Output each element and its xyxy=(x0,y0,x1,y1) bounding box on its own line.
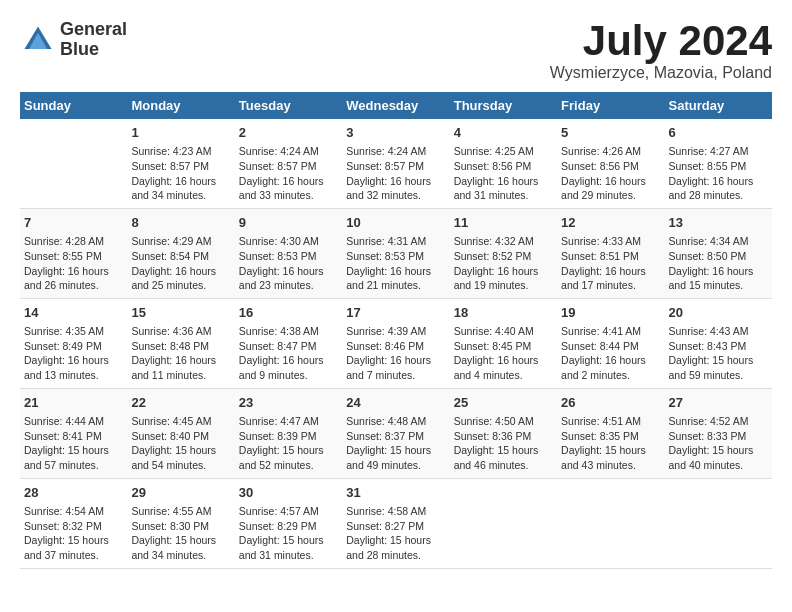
day-info: Sunrise: 4:41 AM Sunset: 8:44 PM Dayligh… xyxy=(561,324,660,383)
calendar-cell: 1Sunrise: 4:23 AM Sunset: 8:57 PM Daylig… xyxy=(127,119,234,208)
calendar-cell: 20Sunrise: 4:43 AM Sunset: 8:43 PM Dayli… xyxy=(665,298,772,388)
calendar-cell xyxy=(450,478,557,568)
week-row-1: 1Sunrise: 4:23 AM Sunset: 8:57 PM Daylig… xyxy=(20,119,772,208)
calendar-cell: 19Sunrise: 4:41 AM Sunset: 8:44 PM Dayli… xyxy=(557,298,664,388)
calendar-cell: 17Sunrise: 4:39 AM Sunset: 8:46 PM Dayli… xyxy=(342,298,449,388)
calendar-cell: 15Sunrise: 4:36 AM Sunset: 8:48 PM Dayli… xyxy=(127,298,234,388)
day-number: 1 xyxy=(131,124,230,142)
day-info: Sunrise: 4:45 AM Sunset: 8:40 PM Dayligh… xyxy=(131,414,230,473)
logo-icon xyxy=(20,22,56,58)
day-info: Sunrise: 4:57 AM Sunset: 8:29 PM Dayligh… xyxy=(239,504,338,563)
day-number: 29 xyxy=(131,484,230,502)
day-info: Sunrise: 4:52 AM Sunset: 8:33 PM Dayligh… xyxy=(669,414,768,473)
day-info: Sunrise: 4:27 AM Sunset: 8:55 PM Dayligh… xyxy=(669,144,768,203)
calendar-cell: 24Sunrise: 4:48 AM Sunset: 8:37 PM Dayli… xyxy=(342,388,449,478)
day-number: 18 xyxy=(454,304,553,322)
day-number: 6 xyxy=(669,124,768,142)
week-row-4: 21Sunrise: 4:44 AM Sunset: 8:41 PM Dayli… xyxy=(20,388,772,478)
day-number: 25 xyxy=(454,394,553,412)
day-info: Sunrise: 4:51 AM Sunset: 8:35 PM Dayligh… xyxy=(561,414,660,473)
day-info: Sunrise: 4:43 AM Sunset: 8:43 PM Dayligh… xyxy=(669,324,768,383)
calendar-cell xyxy=(20,119,127,208)
calendar-cell xyxy=(557,478,664,568)
calendar-cell: 23Sunrise: 4:47 AM Sunset: 8:39 PM Dayli… xyxy=(235,388,342,478)
day-number: 12 xyxy=(561,214,660,232)
location: Wysmierzyce, Mazovia, Poland xyxy=(550,64,772,82)
week-row-3: 14Sunrise: 4:35 AM Sunset: 8:49 PM Dayli… xyxy=(20,298,772,388)
calendar-cell: 11Sunrise: 4:32 AM Sunset: 8:52 PM Dayli… xyxy=(450,208,557,298)
calendar-cell: 27Sunrise: 4:52 AM Sunset: 8:33 PM Dayli… xyxy=(665,388,772,478)
day-info: Sunrise: 4:34 AM Sunset: 8:50 PM Dayligh… xyxy=(669,234,768,293)
calendar-cell: 3Sunrise: 4:24 AM Sunset: 8:57 PM Daylig… xyxy=(342,119,449,208)
day-info: Sunrise: 4:48 AM Sunset: 8:37 PM Dayligh… xyxy=(346,414,445,473)
day-info: Sunrise: 4:28 AM Sunset: 8:55 PM Dayligh… xyxy=(24,234,123,293)
calendar-cell: 25Sunrise: 4:50 AM Sunset: 8:36 PM Dayli… xyxy=(450,388,557,478)
day-number: 15 xyxy=(131,304,230,322)
calendar-cell: 28Sunrise: 4:54 AM Sunset: 8:32 PM Dayli… xyxy=(20,478,127,568)
day-info: Sunrise: 4:29 AM Sunset: 8:54 PM Dayligh… xyxy=(131,234,230,293)
day-number: 11 xyxy=(454,214,553,232)
header-wednesday: Wednesday xyxy=(342,92,449,119)
calendar-cell xyxy=(665,478,772,568)
logo-line2: Blue xyxy=(60,40,127,60)
calendar-cell: 14Sunrise: 4:35 AM Sunset: 8:49 PM Dayli… xyxy=(20,298,127,388)
calendar-cell: 6Sunrise: 4:27 AM Sunset: 8:55 PM Daylig… xyxy=(665,119,772,208)
day-number: 19 xyxy=(561,304,660,322)
calendar-cell: 30Sunrise: 4:57 AM Sunset: 8:29 PM Dayli… xyxy=(235,478,342,568)
day-number: 16 xyxy=(239,304,338,322)
calendar-cell: 8Sunrise: 4:29 AM Sunset: 8:54 PM Daylig… xyxy=(127,208,234,298)
calendar-cell: 12Sunrise: 4:33 AM Sunset: 8:51 PM Dayli… xyxy=(557,208,664,298)
day-info: Sunrise: 4:35 AM Sunset: 8:49 PM Dayligh… xyxy=(24,324,123,383)
day-number: 21 xyxy=(24,394,123,412)
week-row-5: 28Sunrise: 4:54 AM Sunset: 8:32 PM Dayli… xyxy=(20,478,772,568)
calendar-cell: 31Sunrise: 4:58 AM Sunset: 8:27 PM Dayli… xyxy=(342,478,449,568)
day-info: Sunrise: 4:36 AM Sunset: 8:48 PM Dayligh… xyxy=(131,324,230,383)
day-info: Sunrise: 4:26 AM Sunset: 8:56 PM Dayligh… xyxy=(561,144,660,203)
day-info: Sunrise: 4:32 AM Sunset: 8:52 PM Dayligh… xyxy=(454,234,553,293)
page-header: General Blue July 2024 Wysmierzyce, Mazo… xyxy=(20,20,772,82)
day-number: 3 xyxy=(346,124,445,142)
day-info: Sunrise: 4:25 AM Sunset: 8:56 PM Dayligh… xyxy=(454,144,553,203)
day-number: 4 xyxy=(454,124,553,142)
day-info: Sunrise: 4:44 AM Sunset: 8:41 PM Dayligh… xyxy=(24,414,123,473)
calendar-cell: 10Sunrise: 4:31 AM Sunset: 8:53 PM Dayli… xyxy=(342,208,449,298)
calendar-cell: 5Sunrise: 4:26 AM Sunset: 8:56 PM Daylig… xyxy=(557,119,664,208)
calendar-cell: 29Sunrise: 4:55 AM Sunset: 8:30 PM Dayli… xyxy=(127,478,234,568)
header-friday: Friday xyxy=(557,92,664,119)
day-number: 2 xyxy=(239,124,338,142)
day-number: 24 xyxy=(346,394,445,412)
calendar-cell: 9Sunrise: 4:30 AM Sunset: 8:53 PM Daylig… xyxy=(235,208,342,298)
day-number: 5 xyxy=(561,124,660,142)
day-number: 23 xyxy=(239,394,338,412)
calendar-header-row: SundayMondayTuesdayWednesdayThursdayFrid… xyxy=(20,92,772,119)
day-number: 17 xyxy=(346,304,445,322)
day-number: 9 xyxy=(239,214,338,232)
day-number: 8 xyxy=(131,214,230,232)
day-number: 26 xyxy=(561,394,660,412)
day-info: Sunrise: 4:33 AM Sunset: 8:51 PM Dayligh… xyxy=(561,234,660,293)
day-info: Sunrise: 4:47 AM Sunset: 8:39 PM Dayligh… xyxy=(239,414,338,473)
header-thursday: Thursday xyxy=(450,92,557,119)
day-info: Sunrise: 4:24 AM Sunset: 8:57 PM Dayligh… xyxy=(346,144,445,203)
logo-text: General Blue xyxy=(60,20,127,60)
day-info: Sunrise: 4:50 AM Sunset: 8:36 PM Dayligh… xyxy=(454,414,553,473)
day-number: 20 xyxy=(669,304,768,322)
day-number: 31 xyxy=(346,484,445,502)
calendar-cell: 16Sunrise: 4:38 AM Sunset: 8:47 PM Dayli… xyxy=(235,298,342,388)
day-info: Sunrise: 4:30 AM Sunset: 8:53 PM Dayligh… xyxy=(239,234,338,293)
calendar-cell: 7Sunrise: 4:28 AM Sunset: 8:55 PM Daylig… xyxy=(20,208,127,298)
calendar-cell: 26Sunrise: 4:51 AM Sunset: 8:35 PM Dayli… xyxy=(557,388,664,478)
day-info: Sunrise: 4:54 AM Sunset: 8:32 PM Dayligh… xyxy=(24,504,123,563)
day-info: Sunrise: 4:58 AM Sunset: 8:27 PM Dayligh… xyxy=(346,504,445,563)
day-info: Sunrise: 4:39 AM Sunset: 8:46 PM Dayligh… xyxy=(346,324,445,383)
header-monday: Monday xyxy=(127,92,234,119)
day-info: Sunrise: 4:31 AM Sunset: 8:53 PM Dayligh… xyxy=(346,234,445,293)
calendar-cell: 18Sunrise: 4:40 AM Sunset: 8:45 PM Dayli… xyxy=(450,298,557,388)
logo-line1: General xyxy=(60,20,127,40)
week-row-2: 7Sunrise: 4:28 AM Sunset: 8:55 PM Daylig… xyxy=(20,208,772,298)
calendar-cell: 13Sunrise: 4:34 AM Sunset: 8:50 PM Dayli… xyxy=(665,208,772,298)
day-number: 30 xyxy=(239,484,338,502)
calendar-table: SundayMondayTuesdayWednesdayThursdayFrid… xyxy=(20,92,772,569)
header-saturday: Saturday xyxy=(665,92,772,119)
day-info: Sunrise: 4:38 AM Sunset: 8:47 PM Dayligh… xyxy=(239,324,338,383)
